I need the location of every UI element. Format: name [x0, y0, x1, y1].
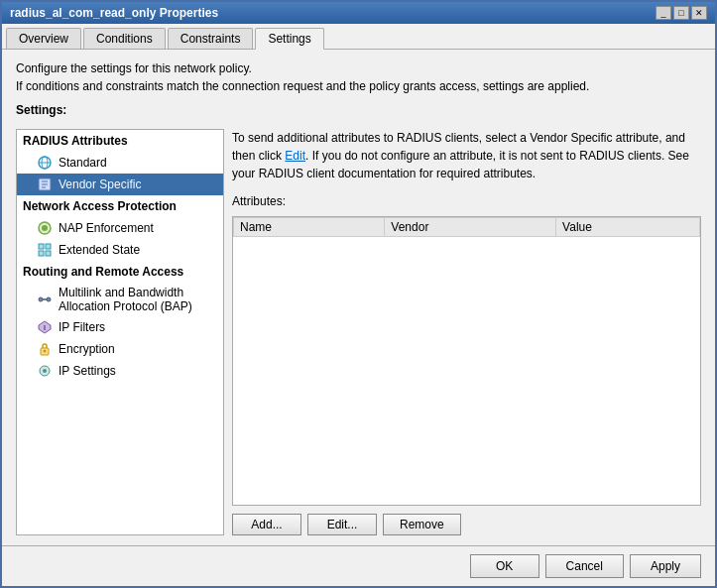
footer: OK Cancel Apply [2, 545, 715, 586]
nav-item-standard[interactable]: Standard [17, 152, 223, 174]
nav-item-vendor-specific[interactable]: Vendor Specific [17, 174, 223, 195]
col-name: Name [234, 218, 385, 237]
tabs-bar: Overview Conditions Constraints Settings [2, 24, 715, 50]
nav-item-encryption-label: Encryption [59, 342, 115, 356]
encryption-icon [37, 341, 53, 357]
attribute-buttons: Add... Edit... Remove [232, 514, 701, 535]
section-radius-attributes: RADIUS Attributes [17, 130, 223, 152]
description-line1: Configure the settings for this network … [16, 59, 701, 77]
nav-item-encryption[interactable]: Encryption [17, 338, 223, 360]
tab-settings[interactable]: Settings [255, 28, 323, 50]
ip-filters-icon [37, 319, 53, 335]
nav-item-standard-label: Standard [59, 156, 107, 170]
svg-point-14 [47, 297, 51, 301]
svg-rect-12 [46, 251, 51, 256]
attributes-label: Attributes: [232, 194, 701, 208]
remove-button[interactable]: Remove [383, 514, 461, 535]
attributes-table-container: Name Vendor Value [232, 216, 701, 506]
ok-button[interactable]: OK [470, 554, 539, 578]
nav-item-multilink-label: Multilink and Bandwidth Allocation Proto… [59, 286, 215, 313]
tab-constraints[interactable]: Constraints [168, 28, 254, 49]
nav-item-ip-filters[interactable]: IP Filters [17, 316, 223, 338]
nav-item-ip-settings-label: IP Settings [59, 364, 116, 378]
settings-label: Settings: [16, 103, 701, 117]
col-vendor: Vendor [385, 218, 556, 237]
content-area: Configure the settings for this network … [2, 50, 715, 545]
nav-item-ip-filters-label: IP Filters [59, 320, 105, 334]
ip-settings-icon [37, 363, 53, 379]
edit-button[interactable]: Edit... [307, 514, 377, 535]
svg-point-19 [44, 350, 47, 353]
svg-point-13 [39, 297, 43, 301]
col-value: Value [556, 218, 700, 237]
maximize-button[interactable]: □ [673, 6, 689, 20]
nav-item-ip-settings[interactable]: IP Settings [17, 360, 223, 382]
left-nav-panel: RADIUS Attributes Standard [16, 129, 224, 535]
edit-link-ref: Edit [285, 149, 305, 163]
section-nap: Network Access Protection [17, 195, 223, 217]
nav-item-vendor-specific-label: Vendor Specific [59, 177, 141, 191]
nav-item-extended-state[interactable]: Extended State [17, 239, 223, 261]
tab-overview[interactable]: Overview [6, 28, 81, 49]
minimize-button[interactable]: _ [656, 6, 671, 20]
description-line2: If conditions and constraints match the … [16, 77, 701, 95]
multilink-icon [37, 292, 53, 307]
vendor-specific-icon [37, 176, 53, 192]
svg-point-21 [43, 369, 47, 373]
nav-item-nap-label: NAP Enforcement [59, 221, 154, 235]
attributes-table: Name Vendor Value [233, 217, 700, 237]
window-title: radius_al_com_read_only Properties [10, 6, 218, 20]
apply-button[interactable]: Apply [630, 554, 701, 578]
section-routing: Routing and Remote Access [17, 261, 223, 283]
settings-container: RADIUS Attributes Standard [16, 129, 701, 535]
svg-rect-9 [39, 244, 44, 249]
tab-conditions[interactable]: Conditions [83, 28, 166, 49]
svg-rect-10 [46, 244, 51, 249]
title-bar: radius_al_com_read_only Properties _ □ ✕ [2, 2, 715, 24]
description-block: Configure the settings for this network … [16, 59, 701, 95]
nav-item-extended-label: Extended State [59, 243, 140, 257]
nav-item-nap-enforcement[interactable]: NAP Enforcement [17, 217, 223, 239]
extended-state-icon [37, 242, 53, 258]
globe-icon [37, 155, 53, 171]
cancel-button[interactable]: Cancel [545, 554, 624, 578]
main-window: radius_al_com_read_only Properties _ □ ✕… [0, 0, 717, 588]
right-panel: To send additional attributes to RADIUS … [232, 129, 701, 535]
svg-point-8 [42, 225, 48, 231]
info-text: To send additional attributes to RADIUS … [232, 129, 701, 182]
title-controls: _ □ ✕ [656, 6, 707, 20]
close-button[interactable]: ✕ [691, 6, 707, 20]
svg-rect-11 [39, 251, 44, 256]
nap-enforcement-icon [37, 220, 53, 236]
nav-item-multilink[interactable]: Multilink and Bandwidth Allocation Proto… [17, 283, 223, 316]
add-button[interactable]: Add... [232, 514, 301, 535]
